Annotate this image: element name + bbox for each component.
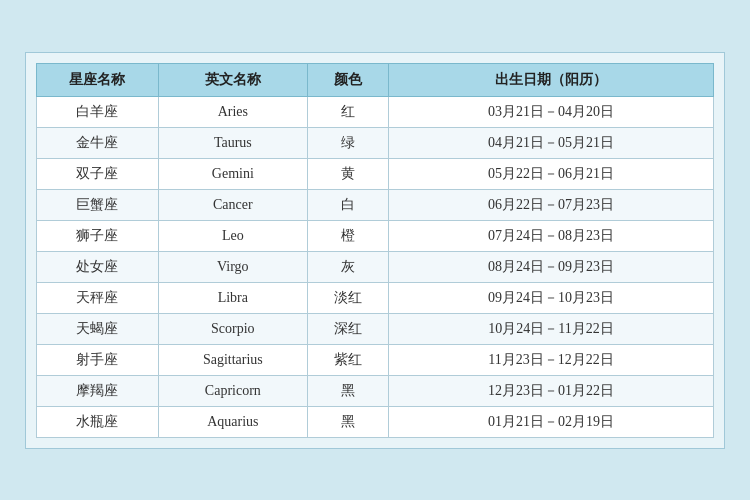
cell-date: 06月22日－07月23日 [389, 189, 714, 220]
table-row: 天蝎座Scorpio深红10月24日－11月22日 [37, 313, 714, 344]
cell-color: 灰 [307, 251, 388, 282]
table-row: 处女座Virgo灰08月24日－09月23日 [37, 251, 714, 282]
zodiac-table: 星座名称 英文名称 颜色 出生日期（阳历） 白羊座Aries红03月21日－04… [36, 63, 714, 438]
cell-english: Cancer [158, 189, 307, 220]
cell-chinese: 巨蟹座 [37, 189, 159, 220]
cell-chinese: 金牛座 [37, 127, 159, 158]
header-color: 颜色 [307, 63, 388, 96]
header-chinese: 星座名称 [37, 63, 159, 96]
cell-date: 05月22日－06月21日 [389, 158, 714, 189]
table-row: 天秤座Libra淡红09月24日－10月23日 [37, 282, 714, 313]
cell-english: Gemini [158, 158, 307, 189]
table-row: 金牛座Taurus绿04月21日－05月21日 [37, 127, 714, 158]
table-row: 摩羯座Capricorn黑12月23日－01月22日 [37, 375, 714, 406]
cell-color: 橙 [307, 220, 388, 251]
table-header-row: 星座名称 英文名称 颜色 出生日期（阳历） [37, 63, 714, 96]
cell-chinese: 水瓶座 [37, 406, 159, 437]
cell-color: 白 [307, 189, 388, 220]
cell-english: Taurus [158, 127, 307, 158]
cell-chinese: 摩羯座 [37, 375, 159, 406]
cell-english: Leo [158, 220, 307, 251]
table-row: 射手座Sagittarius紫红11月23日－12月22日 [37, 344, 714, 375]
table-row: 双子座Gemini黄05月22日－06月21日 [37, 158, 714, 189]
cell-chinese: 天秤座 [37, 282, 159, 313]
cell-date: 11月23日－12月22日 [389, 344, 714, 375]
cell-color: 绿 [307, 127, 388, 158]
header-english: 英文名称 [158, 63, 307, 96]
cell-date: 08月24日－09月23日 [389, 251, 714, 282]
cell-color: 深红 [307, 313, 388, 344]
cell-date: 04月21日－05月21日 [389, 127, 714, 158]
cell-english: Virgo [158, 251, 307, 282]
header-date: 出生日期（阳历） [389, 63, 714, 96]
cell-color: 黑 [307, 406, 388, 437]
cell-date: 09月24日－10月23日 [389, 282, 714, 313]
cell-english: Libra [158, 282, 307, 313]
table-row: 巨蟹座Cancer白06月22日－07月23日 [37, 189, 714, 220]
cell-english: Sagittarius [158, 344, 307, 375]
cell-color: 黑 [307, 375, 388, 406]
cell-chinese: 白羊座 [37, 96, 159, 127]
table-row: 白羊座Aries红03月21日－04月20日 [37, 96, 714, 127]
cell-english: Capricorn [158, 375, 307, 406]
cell-chinese: 天蝎座 [37, 313, 159, 344]
main-container: 星座名称 英文名称 颜色 出生日期（阳历） 白羊座Aries红03月21日－04… [25, 52, 725, 449]
cell-chinese: 狮子座 [37, 220, 159, 251]
cell-color: 红 [307, 96, 388, 127]
cell-color: 淡红 [307, 282, 388, 313]
cell-date: 01月21日－02月19日 [389, 406, 714, 437]
cell-english: Scorpio [158, 313, 307, 344]
table-row: 狮子座Leo橙07月24日－08月23日 [37, 220, 714, 251]
table-row: 水瓶座Aquarius黑01月21日－02月19日 [37, 406, 714, 437]
cell-date: 03月21日－04月20日 [389, 96, 714, 127]
cell-chinese: 处女座 [37, 251, 159, 282]
cell-color: 黄 [307, 158, 388, 189]
cell-date: 12月23日－01月22日 [389, 375, 714, 406]
cell-color: 紫红 [307, 344, 388, 375]
cell-chinese: 射手座 [37, 344, 159, 375]
cell-date: 07月24日－08月23日 [389, 220, 714, 251]
cell-english: Aquarius [158, 406, 307, 437]
cell-chinese: 双子座 [37, 158, 159, 189]
cell-english: Aries [158, 96, 307, 127]
cell-date: 10月24日－11月22日 [389, 313, 714, 344]
